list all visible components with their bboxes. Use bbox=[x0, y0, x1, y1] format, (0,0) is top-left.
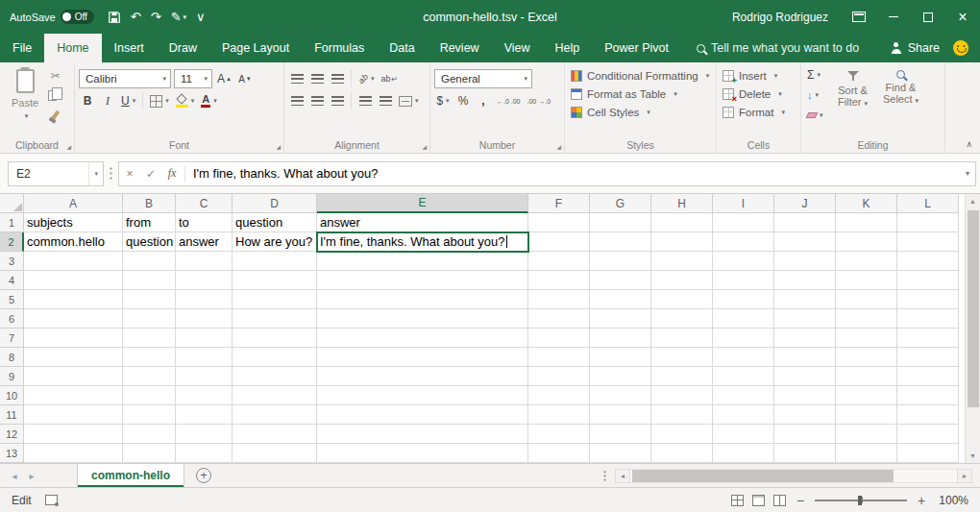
row-header-1[interactable]: 1 bbox=[0, 213, 24, 232]
cell-C1[interactable]: to bbox=[176, 213, 233, 232]
cell-G4[interactable] bbox=[590, 271, 651, 290]
cell-B1[interactable]: from bbox=[123, 213, 176, 232]
bold-button[interactable]: B bbox=[79, 91, 96, 110]
fill-color-button[interactable] bbox=[174, 91, 197, 110]
cell-I8[interactable] bbox=[713, 348, 774, 367]
row-header-8[interactable]: 8 bbox=[0, 348, 24, 367]
cell-G3[interactable] bbox=[590, 252, 651, 271]
cell-F1[interactable] bbox=[528, 213, 590, 232]
cell-I7[interactable] bbox=[713, 329, 774, 348]
cell-H10[interactable] bbox=[651, 386, 713, 405]
cell-G10[interactable] bbox=[590, 386, 651, 405]
cell-J1[interactable] bbox=[774, 213, 836, 232]
cell-F7[interactable] bbox=[528, 329, 590, 348]
column-header-H[interactable]: H bbox=[651, 194, 713, 213]
cell-K12[interactable] bbox=[836, 425, 897, 444]
cell-J4[interactable] bbox=[774, 271, 836, 290]
decrease-decimal-button[interactable]: .00 →.0 bbox=[526, 91, 553, 110]
cell-E2[interactable]: I'm fine, thanks. What about you? bbox=[317, 232, 528, 252]
zoom-level[interactable]: 100% bbox=[936, 494, 968, 507]
cell-B4[interactable] bbox=[123, 271, 176, 290]
align-left-button[interactable] bbox=[288, 91, 306, 110]
autosum-button[interactable]: Σ bbox=[805, 66, 825, 83]
increase-decimal-button[interactable]: ←.0 .00 bbox=[495, 91, 523, 110]
cell-J6[interactable] bbox=[774, 309, 836, 329]
cell-I9[interactable] bbox=[713, 367, 774, 386]
cell-D6[interactable] bbox=[233, 309, 317, 329]
paste-button[interactable]: Paste bbox=[4, 66, 46, 122]
cell-L9[interactable] bbox=[897, 367, 959, 386]
row-header-13[interactable]: 13 bbox=[0, 444, 24, 463]
cell-K1[interactable] bbox=[836, 213, 897, 232]
cell-B10[interactable] bbox=[123, 386, 176, 405]
ribbon-display-options-button[interactable] bbox=[842, 0, 876, 34]
cell-A8[interactable] bbox=[24, 348, 123, 367]
tab-formulas[interactable]: Formulas bbox=[302, 34, 377, 62]
format-painter-button[interactable] bbox=[46, 107, 65, 122]
cell-L4[interactable] bbox=[897, 271, 959, 290]
cell-I10[interactable] bbox=[713, 386, 774, 405]
cell-H4[interactable] bbox=[651, 271, 713, 290]
cell-D3[interactable] bbox=[233, 252, 317, 271]
cell-E12[interactable] bbox=[317, 425, 528, 444]
cell-I1[interactable] bbox=[713, 213, 774, 232]
cell-H5[interactable] bbox=[651, 290, 713, 309]
close-button[interactable]: × bbox=[945, 0, 980, 34]
cell-B2[interactable]: question bbox=[123, 232, 176, 252]
formula-bar-splitter[interactable] bbox=[110, 166, 112, 181]
cell-F2[interactable] bbox=[528, 232, 590, 252]
page-layout-view-button[interactable] bbox=[752, 495, 765, 506]
name-box[interactable]: E2 ▾ bbox=[8, 161, 104, 186]
sort-filter-button[interactable]: Sort & Filter bbox=[829, 66, 877, 123]
cell-A7[interactable] bbox=[24, 329, 123, 348]
cell-J7[interactable] bbox=[774, 329, 836, 348]
zoom-out-button[interactable]: − bbox=[795, 493, 806, 508]
cell-G5[interactable] bbox=[590, 290, 651, 309]
decrease-indent-button[interactable] bbox=[356, 91, 374, 110]
maximize-button[interactable] bbox=[911, 0, 945, 34]
row-header-9[interactable]: 9 bbox=[0, 367, 24, 386]
cell-D8[interactable] bbox=[233, 348, 317, 367]
cell-G8[interactable] bbox=[590, 348, 651, 367]
normal-view-button[interactable] bbox=[731, 495, 744, 506]
sheet-nav-left-icon[interactable]: ◂ bbox=[6, 471, 23, 481]
row-header-3[interactable]: 3 bbox=[0, 252, 24, 271]
vertical-scroll-thumb[interactable] bbox=[968, 210, 979, 407]
cell-J3[interactable] bbox=[774, 252, 836, 271]
cell-K10[interactable] bbox=[836, 386, 897, 405]
cell-C2[interactable]: answer bbox=[176, 232, 233, 252]
cell-H3[interactable] bbox=[651, 252, 713, 271]
tab-scroll-splitter[interactable] bbox=[602, 470, 607, 482]
cell-C5[interactable] bbox=[176, 290, 233, 309]
format-as-table-button[interactable]: Format as Table bbox=[569, 85, 712, 103]
cell-K6[interactable] bbox=[836, 309, 897, 329]
cancel-button[interactable]: × bbox=[119, 162, 140, 185]
cell-K5[interactable] bbox=[836, 290, 897, 309]
row-header-6[interactable]: 6 bbox=[0, 309, 24, 329]
cell-E4[interactable] bbox=[317, 271, 528, 290]
find-select-button[interactable]: Find & Select bbox=[877, 66, 925, 123]
delete-cells-button[interactable]: Delete bbox=[721, 85, 796, 103]
alignment-dialog-launcher[interactable]: ◢ bbox=[422, 144, 427, 150]
cell-B13[interactable] bbox=[123, 444, 176, 463]
cell-E7[interactable] bbox=[317, 329, 528, 348]
cell-D4[interactable] bbox=[233, 271, 317, 290]
cell-F3[interactable] bbox=[528, 252, 590, 271]
cell-F11[interactable] bbox=[528, 405, 590, 425]
cell-A11[interactable] bbox=[24, 405, 123, 425]
row-header-12[interactable]: 12 bbox=[0, 425, 24, 444]
cell-A1[interactable]: subjects bbox=[24, 213, 123, 232]
number-format-select[interactable]: General bbox=[434, 69, 532, 88]
comma-style-button[interactable]: , bbox=[475, 91, 492, 110]
cell-E3[interactable] bbox=[317, 252, 528, 271]
customize-quick-access-button[interactable]: ∨ bbox=[196, 11, 206, 23]
column-header-I[interactable]: I bbox=[713, 194, 774, 213]
cell-C13[interactable] bbox=[176, 444, 233, 463]
tab-review[interactable]: Review bbox=[428, 34, 492, 62]
cell-B11[interactable] bbox=[123, 405, 176, 425]
cell-K4[interactable] bbox=[836, 271, 897, 290]
column-header-J[interactable]: J bbox=[774, 194, 836, 213]
cell-C8[interactable] bbox=[176, 348, 233, 367]
cell-D5[interactable] bbox=[233, 290, 317, 309]
column-header-L[interactable]: L bbox=[897, 194, 959, 213]
